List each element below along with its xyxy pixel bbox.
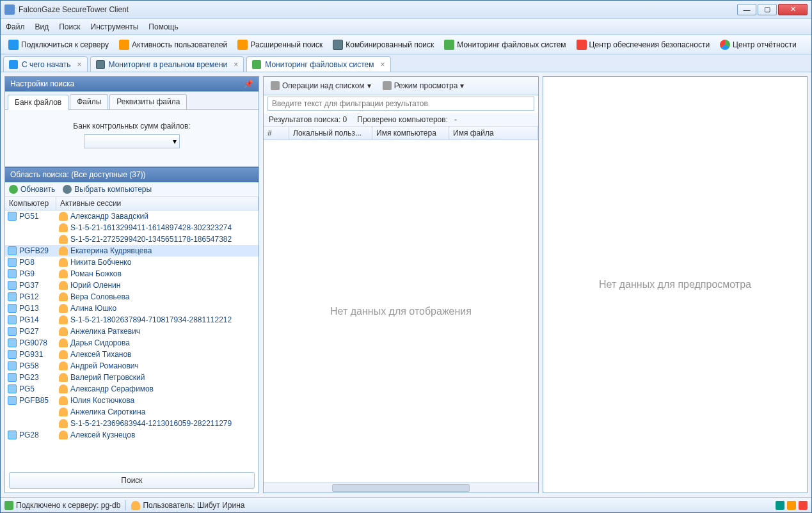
toolbar-icon (8, 40, 19, 50)
panel-title: Настройки поиска (10, 79, 74, 88)
col-computername[interactable]: Имя компьютера (372, 127, 449, 139)
statusbar: Подключено к серверу: pg-db Пользователь… (1, 497, 811, 512)
computer-icon (8, 269, 17, 278)
status-icon-3[interactable] (799, 501, 808, 510)
filter-input[interactable] (267, 97, 534, 111)
grid-row[interactable]: PGFB29Екатерина Кудрявцева (5, 245, 259, 256)
grid-row[interactable]: PG27Анжелика Раткевич (5, 326, 259, 337)
main-toolbar: Подключиться к серверуАктивность пользов… (1, 35, 811, 54)
grid-row[interactable]: PG8Никита Бобченко (5, 256, 259, 268)
user-icon (59, 430, 68, 439)
toolbar-Центр обеспечения безопасности[interactable]: Центр обеспечения безопасности (573, 38, 714, 51)
user-icon (59, 281, 68, 290)
col-num[interactable]: # (264, 127, 289, 139)
user-icon (59, 361, 68, 370)
grid-row[interactable]: PG58Андрей Романович (5, 360, 259, 372)
connection-icon (4, 501, 13, 510)
no-preview-message: Нет данных для предпросмотра (543, 77, 807, 493)
scroll-thumb[interactable] (332, 484, 470, 492)
grid-row[interactable]: PG37Юрий Оленин (5, 280, 259, 291)
grid-row[interactable]: PG9078Дарья Сидорова (5, 337, 259, 349)
computer-icon (8, 258, 17, 267)
status-icon-1[interactable] (776, 501, 784, 510)
grid-row[interactable]: S-1-5-21-2725299420-1345651178-186547382 (5, 233, 259, 245)
tab-close-icon[interactable]: × (234, 60, 238, 69)
toolbar-Расширенный поиск[interactable]: Расширенный поиск (234, 38, 326, 51)
toolbar-Центр отчётности[interactable]: Центр отчётности (716, 38, 800, 51)
col-localuser[interactable]: Локальный польз... (289, 127, 372, 139)
col-computer[interactable]: Компьютер (5, 197, 56, 210)
user-icon (59, 327, 68, 336)
computer-icon (8, 304, 17, 313)
subtab-Банк файлов[interactable]: Банк файлов (8, 95, 68, 110)
results-toolbar: Операции над списком ▾ Режим просмотра ▾ (264, 77, 538, 95)
menu-Поиск[interactable]: Поиск (59, 22, 80, 31)
menu-Инструменты[interactable]: Инструменты (91, 22, 139, 31)
grid-row[interactable]: PG931Алексей Тиханов (5, 349, 259, 360)
pick-computers-button[interactable]: Выбрать компьютеры (63, 185, 152, 194)
user-icon (59, 396, 68, 405)
close-button[interactable]: ✕ (778, 4, 808, 15)
computer-icon (8, 212, 17, 221)
separator (125, 500, 126, 510)
menu-Файл[interactable]: Файл (6, 22, 25, 31)
results-stat: Результатов поиска: 0 (269, 115, 347, 124)
grid-row[interactable]: PG5Александр Серафимов (5, 383, 259, 395)
chevron-down-icon: ▾ (367, 81, 371, 90)
tab-close-icon[interactable]: × (381, 60, 385, 69)
toolbar-Активность пользователей[interactable]: Активность пользователей (115, 38, 231, 51)
toolbar-icon (119, 40, 129, 50)
grid-row[interactable]: PG23Валерий Петровский (5, 372, 259, 383)
status-icon-2[interactable] (787, 501, 796, 510)
col-sessions[interactable]: Активные сессии (56, 197, 259, 210)
scope-buttons: Обновить Выбрать компьютеры (5, 182, 259, 197)
grid-row[interactable]: S-1-5-21-1613299411-1614897428-302323274 (5, 222, 259, 233)
tab-Мониторинг файловых систем[interactable]: Мониторинг файловых систем× (246, 56, 390, 72)
user-icon (59, 292, 68, 301)
menu-Вид[interactable]: Вид (35, 22, 49, 31)
user-icon (59, 350, 68, 359)
window-buttons: — ▢ ✕ (737, 4, 808, 15)
grid-row[interactable]: PG14S-1-5-21-1802637894-710817934-288111… (5, 314, 259, 326)
app-window: FalconGaze SecureTower Client — ▢ ✕ Файл… (0, 0, 812, 513)
refresh-button[interactable]: Обновить (9, 185, 55, 194)
user-icon (59, 258, 68, 267)
horizontal-scrollbar[interactable] (264, 482, 538, 493)
toolbar-Комбинированный поиск[interactable]: Комбинированный поиск (329, 38, 438, 51)
computer-icon (8, 281, 17, 290)
user-icon (59, 407, 68, 416)
view-mode-dropdown[interactable]: Режим просмотра ▾ (379, 79, 468, 92)
grid-row[interactable]: PGFB85Юлия Костючкова (5, 395, 259, 406)
minimize-button[interactable]: — (737, 4, 756, 15)
toolbar-Подключиться к серверу[interactable]: Подключиться к серверу (4, 38, 113, 51)
user-icon (59, 246, 68, 255)
bank-select[interactable]: ▾ (84, 134, 180, 148)
panel-header: Настройки поиска 📌 (5, 77, 259, 91)
pick-icon (63, 185, 72, 194)
subtab-Файлы[interactable]: Файлы (70, 94, 108, 109)
user-icon (131, 501, 140, 510)
list-operations-dropdown[interactable]: Операции над списком ▾ (267, 79, 374, 92)
grid-row[interactable]: PG13Алина Юшко (5, 303, 259, 314)
tab-С чего начать[interactable]: С чего начать× (3, 56, 88, 72)
grid-row[interactable]: S-1-5-21-2369683944-1213016059-282211279 (5, 418, 259, 429)
grid-row[interactable]: PG12Вера Соловьева (5, 291, 259, 303)
grid-body[interactable]: PG51Александр ЗавадскийS-1-5-21-16132994… (5, 210, 259, 468)
grid-row[interactable]: Анжелика Сироткина (5, 406, 259, 418)
results-grid-header: # Локальный польз... Имя компьютера Имя … (264, 127, 538, 140)
subtab-Реквизиты файла[interactable]: Реквизиты файла (109, 94, 187, 109)
col-filename[interactable]: Имя файла (449, 127, 538, 139)
grid-row[interactable]: PG28Алексей Кузнецов (5, 429, 259, 441)
grid-row[interactable]: PG51Александр Завадский (5, 210, 259, 222)
tab-close-icon[interactable]: × (77, 60, 82, 69)
pin-icon[interactable]: 📌 (244, 79, 253, 88)
tab-Мониторинг в реальном времени[interactable]: Мониторинг в реальном времени× (90, 56, 244, 72)
menu-Помощь[interactable]: Помощь (148, 22, 178, 31)
maximize-button[interactable]: ▢ (758, 4, 777, 15)
computer-icon (8, 373, 17, 382)
toolbar-Мониторинг файловых систем[interactable]: Мониторинг файловых систем (440, 38, 569, 51)
search-button[interactable]: Поиск (9, 472, 255, 489)
computer-icon (8, 292, 17, 301)
results-panel: Операции над списком ▾ Режим просмотра ▾… (263, 76, 539, 493)
grid-row[interactable]: PG9Роман Божков (5, 268, 259, 280)
